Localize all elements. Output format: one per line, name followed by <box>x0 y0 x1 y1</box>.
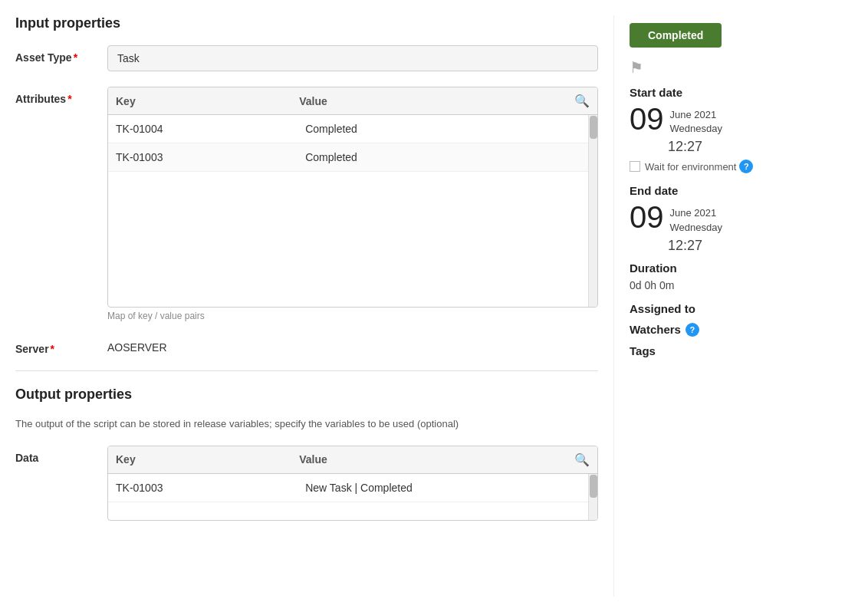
start-date-label: Start date <box>630 86 828 99</box>
attributes-required-star: * <box>67 93 71 105</box>
start-date-block: 09 June 2021 Wednesday <box>630 104 828 136</box>
attr-key-1: TK-01004 <box>116 123 305 135</box>
table-row: TK-01004 Completed <box>108 115 597 143</box>
wait-help-icon[interactable]: ? <box>739 160 753 173</box>
data-table-header: Key Value 🔍 <box>108 446 597 474</box>
attributes-label: Attributes* <box>15 87 107 105</box>
asset-type-field-content <box>107 45 598 71</box>
server-row: Server* AOSERVER <box>15 337 598 355</box>
end-date-block: 09 June 2021 Wednesday <box>630 202 828 234</box>
asset-type-input[interactable] <box>107 45 598 71</box>
completed-button[interactable]: Completed <box>630 23 722 48</box>
attributes-field-content: Key Value 🔍 TK-01004 Completed TK-01003 … <box>107 87 598 321</box>
end-date-label: End date <box>630 184 828 197</box>
attributes-table: Key Value 🔍 TK-01004 Completed TK-01003 … <box>107 87 598 308</box>
data-table-body: TK-01003 New Task | Completed <box>108 474 597 520</box>
scrollbar[interactable] <box>588 115 597 307</box>
assigned-to-label: Assigned to <box>630 302 695 315</box>
attr-value-2: Completed <box>305 151 590 163</box>
side-panel: Completed ⚑ Start date 09 June 2021 Wedn… <box>613 15 843 597</box>
key-column-header: Key <box>116 95 299 107</box>
start-day: 09 <box>630 104 664 134</box>
asset-type-row: Asset Type* <box>15 45 598 71</box>
end-day: 09 <box>630 202 664 232</box>
start-time: 12:27 <box>668 139 828 155</box>
wait-for-environment-checkbox[interactable] <box>630 161 640 172</box>
data-scrollbar[interactable] <box>588 474 597 520</box>
scrollbar-thumb <box>590 116 597 139</box>
flag-icon: ⚑ <box>630 58 828 77</box>
asset-type-label: Asset Type* <box>15 45 107 64</box>
table-row: TK-01003 Completed <box>108 143 597 172</box>
wait-for-environment-row: Wait for environment ? <box>630 160 828 173</box>
end-time: 12:27 <box>668 238 828 254</box>
attributes-row: Attributes* Key Value 🔍 TK-01004 Complet… <box>15 87 598 321</box>
required-star: * <box>74 51 77 64</box>
data-row: Data Key Value 🔍 TK-01003 New Task | Com… <box>15 446 598 521</box>
section-divider <box>15 370 598 371</box>
attributes-hint: Map of key / value pairs <box>107 311 598 321</box>
start-month-year: June 2021 <box>670 108 722 122</box>
data-search-button[interactable]: 🔍 <box>574 452 590 467</box>
data-label: Data <box>15 446 107 464</box>
attributes-search-button[interactable]: 🔍 <box>574 94 590 108</box>
data-key-1: TK-01003 <box>116 482 305 494</box>
main-panel: Input properties Asset Type* Attributes*… <box>0 15 613 597</box>
server-label: Server* <box>15 337 107 355</box>
output-properties-title: Output properties <box>15 387 598 403</box>
watchers-help-icon[interactable]: ? <box>686 323 699 337</box>
attr-value-1: Completed <box>305 123 590 135</box>
attributes-table-body: TK-01004 Completed TK-01003 Completed <box>108 115 597 307</box>
data-scrollbar-thumb <box>590 475 597 498</box>
data-field-content: Key Value 🔍 TK-01003 New Task | Complete… <box>107 446 598 521</box>
table-row: TK-01003 New Task | Completed <box>108 474 597 502</box>
attributes-table-header: Key Value 🔍 <box>108 87 597 115</box>
data-value-column-header: Value <box>299 453 574 466</box>
attr-key-2: TK-01003 <box>116 151 305 163</box>
data-value-1: New Task | Completed <box>305 482 590 494</box>
start-weekday: Wednesday <box>670 122 722 136</box>
end-date-detail: June 2021 Wednesday <box>670 202 722 234</box>
server-required-star: * <box>51 343 54 355</box>
output-description: The output of the script can be stored i… <box>15 416 598 432</box>
server-field-content: AOSERVER <box>107 337 598 354</box>
start-date-detail: June 2021 Wednesday <box>670 104 722 136</box>
assigned-to-row: Assigned to <box>630 302 828 315</box>
server-value: AOSERVER <box>107 337 598 354</box>
end-weekday: Wednesday <box>670 221 722 235</box>
input-properties-title: Input properties <box>15 15 598 31</box>
tags-label: Tags <box>630 344 828 357</box>
watchers-label: Watchers <box>630 323 681 336</box>
data-key-column-header: Key <box>116 453 299 466</box>
wait-for-environment-label: Wait for environment <box>645 161 736 173</box>
data-table: Key Value 🔍 TK-01003 New Task | Complete… <box>107 446 598 521</box>
value-column-header: Value <box>299 95 574 107</box>
duration-label: Duration <box>630 262 828 275</box>
watchers-row: Watchers ? <box>630 323 828 337</box>
end-month-year: June 2021 <box>670 206 722 220</box>
duration-value: 0d 0h 0m <box>630 279 828 291</box>
